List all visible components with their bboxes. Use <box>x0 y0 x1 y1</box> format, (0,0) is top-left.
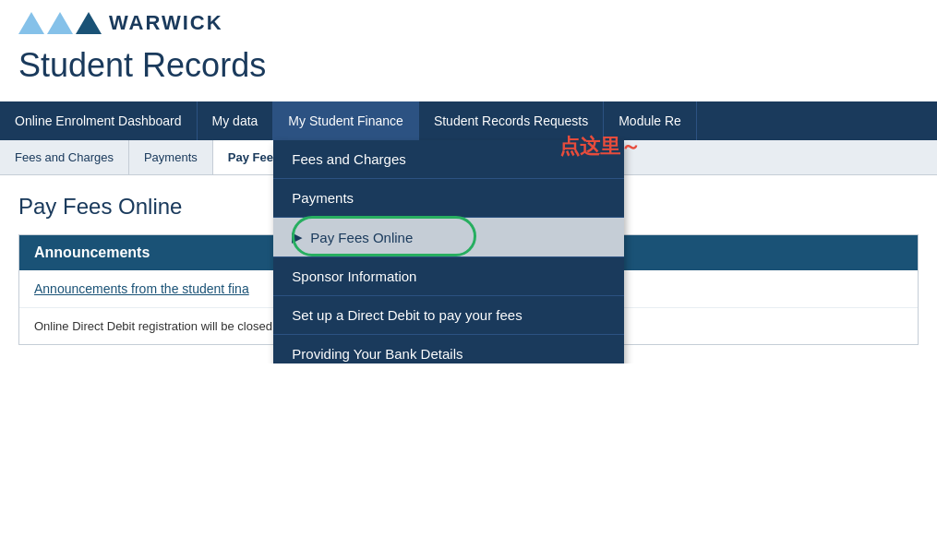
logo-triangles <box>18 12 102 34</box>
dropdown-payments-label: Payments <box>292 190 354 206</box>
logo-text: WARWICK <box>109 11 223 35</box>
secondary-nav-fees[interactable]: Fees and Charges <box>0 140 129 174</box>
dropdown-item-payfees[interactable]: ▶ Pay Fees Online <box>273 218 624 257</box>
dropdown-bankdetails-label: Providing Your Bank Details <box>292 346 462 362</box>
primary-nav-item-module[interactable]: Module Re <box>604 101 697 140</box>
triangle-left <box>18 12 44 34</box>
dropdown-item-fees[interactable]: Fees and Charges <box>273 140 624 179</box>
dropdown-payfees-label: Pay Fees Online <box>310 230 413 245</box>
triangle-middle <box>47 12 73 34</box>
nav-wrapper: Online Enrolment Dashboard My data My St… <box>0 101 937 175</box>
triangle-right <box>76 12 102 34</box>
dropdown-menu: Fees and Charges Payments ▶ Pay Fees Onl… <box>273 140 624 363</box>
page-title: Student Records <box>18 42 919 94</box>
primary-nav-item-enrolment[interactable]: Online Enrolment Dashboard <box>0 101 198 140</box>
primary-nav-item-finance[interactable]: My Student Finance Fees and Charges Paym… <box>273 101 419 140</box>
dropdown-directdebit-label: Set up a Direct Debit to pay your fees <box>292 307 522 323</box>
arrow-icon: ▶ <box>292 229 303 245</box>
primary-nav: Online Enrolment Dashboard My data My St… <box>0 101 937 140</box>
dropdown-item-sponsor[interactable]: Sponsor Information <box>273 257 624 296</box>
logo-area: WARWICK <box>18 11 919 35</box>
primary-nav-item-records[interactable]: Student Records Requests <box>419 101 604 140</box>
header: WARWICK Student Records <box>0 0 937 101</box>
dropdown-item-bankdetails[interactable]: Providing Your Bank Details <box>273 335 624 363</box>
dropdown-item-directdebit[interactable]: Set up a Direct Debit to pay your fees <box>273 296 624 335</box>
dropdown-fees-label: Fees and Charges <box>292 151 405 167</box>
dropdown-sponsor-label: Sponsor Information <box>292 268 416 284</box>
dropdown-item-payments[interactable]: Payments <box>273 179 624 218</box>
primary-nav-item-mydata[interactable]: My data <box>198 101 274 140</box>
secondary-nav-payments[interactable]: Payments <box>129 140 213 174</box>
primary-nav-finance-label: My Student Finance <box>288 113 403 128</box>
